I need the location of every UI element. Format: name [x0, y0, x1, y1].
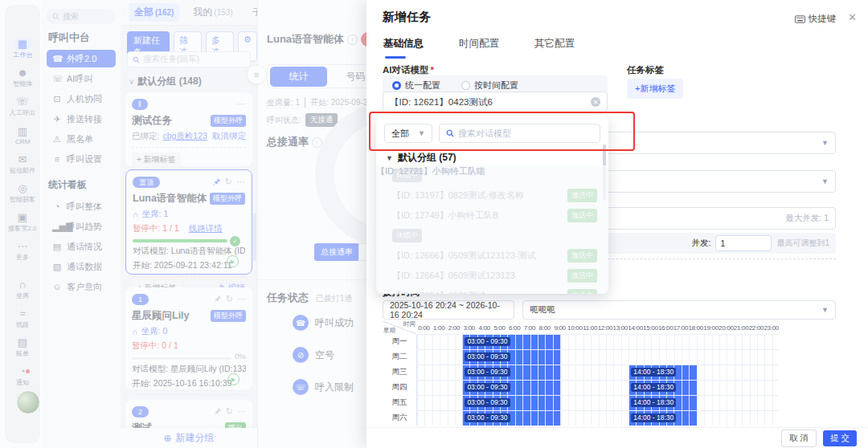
- rate-legend-chip-2[interactable]: [358, 243, 366, 261]
- line-detail-link[interactable]: 线路详情: [189, 223, 223, 234]
- sidebar-search-input[interactable]: 搜索: [47, 9, 116, 24]
- schedule-cells[interactable]: 03:00 - 09:3014:00 - 18:30: [416, 395, 779, 410]
- selected-time-range[interactable]: 03:00 - 09:30: [462, 381, 560, 395]
- play-button[interactable]: ▶: [227, 255, 239, 267]
- rate-legend-chip[interactable]: 总接通率: [314, 243, 359, 261]
- schedule-cells[interactable]: 03:00 - 09:3014:00 - 18:30: [416, 410, 779, 426]
- refresh-icon[interactable]: ↻: [225, 177, 232, 187]
- task-card[interactable]: 2 ↻ ⋯ 测试 呼出: [125, 400, 252, 432]
- dropdown-filter-select[interactable]: 全部 ▼: [384, 124, 432, 143]
- rail-item[interactable]: ▦ 工作台: [5, 35, 40, 63]
- refresh-icon[interactable]: ↻: [226, 294, 233, 304]
- nav-item[interactable]: ☺ 客户意向: [47, 278, 116, 295]
- add-tag-button[interactable]: +新增标签: [627, 79, 683, 99]
- new-group-button[interactable]: ⊕ 新建分组: [121, 428, 257, 448]
- more-icon[interactable]: ⋯: [237, 294, 246, 304]
- rail-item[interactable]: ⋯ 更多: [5, 238, 40, 265]
- modal-tab[interactable]: 时间配置: [452, 34, 506, 54]
- concurrency-input[interactable]: [715, 235, 772, 251]
- status-list-item[interactable]: ☏ 呼入限制: [293, 379, 366, 395]
- shortcut-button[interactable]: 快捷键: [795, 13, 837, 25]
- dropdown-option[interactable]: 【ID: 12749】小狗特工队B 激活中: [376, 206, 608, 226]
- cancel-button[interactable]: 取 消: [781, 430, 817, 447]
- bound-link[interactable]: cbg质检123: [162, 131, 207, 142]
- submit-button[interactable]: 提 交: [823, 430, 857, 446]
- schedule-cells[interactable]: 03:00 - 09:3014:00 - 18:30: [416, 380, 779, 395]
- task-card[interactable]: 1 ↻ ⋯ 星辰顾问Lily 模型外呼 ∩ 坐席: 0 暂停中: 0 / 1 0…: [125, 287, 252, 389]
- task-card-selected[interactable]: 置顶 ↻ ⋯ Luna语音智能体 模型外呼 ∩ 坐席: 1 暂停中: 1 / 1…: [125, 169, 252, 275]
- dropdown-option[interactable]: 【ID: 12666】0509测试123123-测试 激活中: [376, 246, 608, 266]
- unbind-link[interactable]: 取消绑定: [212, 131, 246, 142]
- nav-item[interactable]: ▤ 通话情况: [47, 238, 116, 255]
- nav-item[interactable]: ▧ 通话数据: [47, 258, 116, 275]
- nav-item[interactable]: ☏ AI呼叫: [47, 70, 116, 88]
- rail-item[interactable]: ☻ 智能体: [5, 64, 40, 92]
- rail-item[interactable]: ☏ 人工呼出: [5, 93, 40, 120]
- task-tab[interactable]: 全部 (162): [129, 3, 179, 22]
- pin-icon[interactable]: [213, 407, 222, 416]
- selected-time-range[interactable]: 03:00 - 09:30: [462, 350, 560, 365]
- play-button[interactable]: ▶: [227, 373, 240, 385]
- selected-time-range[interactable]: 03:00 - 09:30: [462, 335, 560, 349]
- dropdown-option[interactable]: 【ID: 12654】0509测试 激活中: [376, 286, 608, 294]
- schedule-cells[interactable]: 03:00 - 09:30: [416, 349, 779, 365]
- selected-time-range[interactable]: 03:00 - 09:30: [462, 396, 560, 410]
- selected-time-range[interactable]: 14:00 - 18:30: [628, 396, 697, 410]
- more-icon[interactable]: ⋯: [236, 177, 245, 187]
- ai-model-select[interactable]: 【ID: 12621】0423测试6 ✕: [383, 92, 608, 112]
- task-search-input[interactable]: 搜索任务(回车): [127, 51, 251, 67]
- rail-item[interactable]: ◔ 通知: [5, 363, 40, 390]
- dropdown-option[interactable]: 【ID: 12750】小狗特工队C 休眠中: [376, 165, 608, 185]
- scrollbar[interactable]: [253, 213, 256, 261]
- dropdown-search-input[interactable]: 搜索对话模型: [439, 124, 600, 143]
- modal-tab[interactable]: 基础信息: [377, 34, 430, 54]
- more-icon[interactable]: ⋯: [237, 99, 246, 109]
- dropdown-group-header[interactable]: ▼默认分组 (57): [386, 151, 457, 165]
- dropdown-option[interactable]: 【ID: 12721】小狗特工队喵 休眠中: [376, 226, 608, 246]
- group-header[interactable]: ∨默认分组 (148): [129, 75, 202, 88]
- user-avatar[interactable]: [16, 390, 40, 414]
- clear-icon[interactable]: ✕: [591, 97, 600, 107]
- collapse-panel-button[interactable]: ≡: [248, 66, 265, 83]
- selected-time-range[interactable]: 14:00 - 18:30: [628, 381, 697, 395]
- close-icon[interactable]: ✕: [848, 11, 857, 23]
- nav-item[interactable]: ✈ 推送转接: [47, 110, 116, 128]
- more-icon[interactable]: ⋯: [237, 406, 246, 417]
- scrollbar[interactable]: [603, 145, 606, 201]
- rail-item[interactable]: ▤ 账单: [5, 334, 40, 361]
- nav-item[interactable]: ☎ 外呼2.0: [47, 50, 116, 67]
- task-tab[interactable]: 我的 (153): [187, 3, 238, 22]
- nav-item[interactable]: ▂▅▇ 呼叫趋势: [47, 218, 116, 235]
- date-range-input[interactable]: 2025-10-16 20:24 ~ 2026-10-16 20:24: [383, 300, 514, 320]
- modal-tab[interactable]: 其它配置: [528, 34, 581, 54]
- pin-icon[interactable]: [212, 177, 221, 186]
- selected-time-range[interactable]: 14:00 - 18:30: [628, 365, 697, 380]
- repeat-select[interactable]: 呃呃呃 ▼: [522, 300, 836, 320]
- task-tab[interactable]: 子账户 (9): [247, 3, 257, 22]
- status-list-item[interactable]: ⊘ 空号: [293, 347, 366, 363]
- task-card[interactable]: ‖ ⋯ 测试任务 模型外呼 已绑定: cbg质检123 取消绑定 + 新增标签: [125, 92, 252, 166]
- nav-item[interactable]: ≡ 呼叫设置: [47, 150, 116, 168]
- nav-item[interactable]: ◔ 呼叫整体: [47, 198, 116, 215]
- nav-item[interactable]: ⚠ 黑名单: [47, 130, 116, 148]
- schedule-cells[interactable]: 03:00 - 09:30: [416, 334, 779, 349]
- radio-unified-config[interactable]: 统一配置: [392, 79, 440, 92]
- selected-time-range[interactable]: 03:00 - 09:30: [462, 411, 560, 426]
- tab-statistics[interactable]: 统计: [270, 67, 327, 87]
- radio-by-time-config[interactable]: 按时间配置: [461, 79, 518, 92]
- status-list-item[interactable]: ☎ 呼叫成功: [293, 315, 366, 331]
- rail-item[interactable]: ▣ 搜客宝2.0: [5, 209, 40, 236]
- schedule-cells[interactable]: 03:00 - 09:3014:00 - 18:30: [416, 365, 779, 380]
- rail-item[interactable]: ✉ 短信邮件: [5, 151, 40, 178]
- dropdown-option[interactable]: 【ID: 13197】0829测试-修改名称 激活中: [376, 185, 608, 206]
- add-tag-button[interactable]: + 新增标签: [132, 153, 181, 167]
- rail-item[interactable]: ◎ 智能获客: [5, 180, 40, 207]
- selected-time-range[interactable]: 14:00 - 18:30: [628, 411, 697, 426]
- tab-numbers[interactable]: 号码: [327, 67, 366, 87]
- rail-item[interactable]: ≈ 线路: [5, 305, 40, 332]
- dropdown-option[interactable]: 【ID: 12664】0509测试123123 激活中: [376, 266, 608, 286]
- nav-item[interactable]: ⊡ 人机协同: [47, 90, 116, 108]
- refresh-icon[interactable]: ↻: [226, 406, 233, 417]
- rail-item[interactable]: ∩ 坐席: [5, 276, 40, 303]
- selected-time-range[interactable]: 03:00 - 09:30: [462, 365, 560, 380]
